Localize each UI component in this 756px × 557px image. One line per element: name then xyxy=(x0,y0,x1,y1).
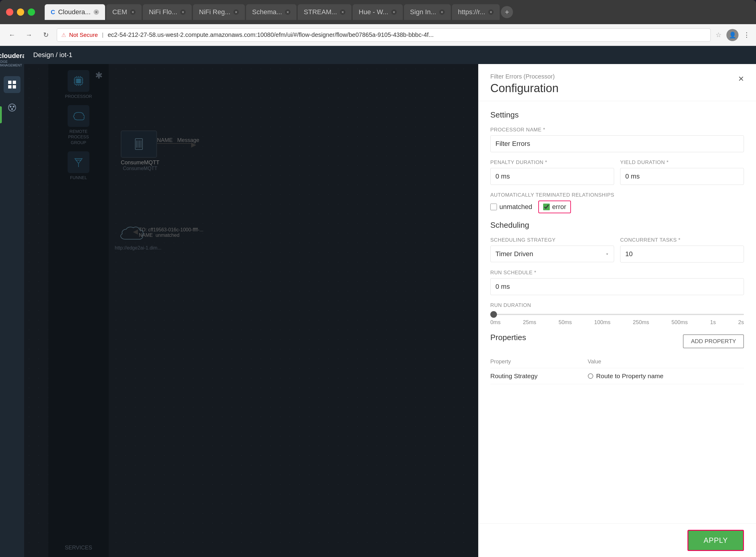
property-cell: Routing Strategy xyxy=(490,368,588,384)
tab-close-cem[interactable]: × xyxy=(130,9,135,15)
value-col-header: Value xyxy=(588,355,744,368)
error-checkbox[interactable] xyxy=(543,204,550,210)
label-500ms: 500ms xyxy=(671,319,688,326)
scheduling-row: SCHEDULING STRATEGY Timer Driven CRON Dr… xyxy=(490,237,744,263)
main-header: Design / iot-1 xyxy=(24,46,756,64)
new-tab-button[interactable]: + xyxy=(501,6,513,18)
sidebar-palette-icon[interactable] xyxy=(4,99,21,116)
address-bar[interactable]: ⚠ Not Secure | ec2-54-212-27-58.us-west-… xyxy=(57,28,711,42)
logo: cloudera EDGE MANAGEMENT xyxy=(0,52,26,67)
add-property-button[interactable]: ADD PROPERTY xyxy=(683,334,744,348)
penalty-duration-input[interactable] xyxy=(490,168,614,185)
profile-button[interactable]: 👤 xyxy=(726,29,738,41)
canvas-area[interactable]: PROCESSOR REMOTEPROCESSGROUP xyxy=(24,64,756,557)
svg-rect-0 xyxy=(8,81,11,84)
svg-rect-2 xyxy=(8,85,11,88)
bookmark-button[interactable]: ☆ xyxy=(716,31,722,39)
tab-close-nifi-reg[interactable]: × xyxy=(233,9,239,15)
sidebar-grid-icon[interactable] xyxy=(4,76,21,93)
run-duration-slider[interactable] xyxy=(490,314,744,315)
tab-label: CEM xyxy=(112,8,127,16)
dialog-header: Filter Errors (Processor) Configuration … xyxy=(478,64,756,101)
run-duration-labels: 0ms 25ms 50ms 100ms 250ms 500ms 1s 2s xyxy=(490,319,744,326)
label-2s: 2s xyxy=(738,319,744,326)
properties-section-title: Properties xyxy=(490,333,526,342)
svg-rect-1 xyxy=(13,81,16,84)
error-label: error xyxy=(552,203,566,211)
label-250ms: 250ms xyxy=(633,319,649,326)
processor-name-group: PROCESSOR NAME * xyxy=(490,127,744,152)
forward-button[interactable]: → xyxy=(23,29,35,41)
tab-label: NiFi Flo... xyxy=(149,8,177,16)
dialog-body: Settings PROCESSOR NAME * PENALTY DURATI… xyxy=(478,101,756,524)
error-checkbox-item[interactable]: error xyxy=(538,201,571,213)
svg-point-7 xyxy=(11,108,13,110)
tab-close-https[interactable]: × xyxy=(488,9,494,15)
maximize-button[interactable] xyxy=(28,8,35,16)
run-schedule-input[interactable] xyxy=(490,278,744,295)
breadcrumb: Design / iot-1 xyxy=(33,51,72,59)
tab-label: https://r... xyxy=(458,8,485,16)
label-1s: 1s xyxy=(710,319,716,326)
dialog-subtitle: Filter Errors (Processor) xyxy=(490,73,558,80)
svg-rect-3 xyxy=(13,85,16,88)
yield-label: YIELD DURATION * xyxy=(620,159,744,166)
tab-cloudera[interactable]: C Cloudera... × xyxy=(45,4,105,20)
penalty-duration-group: PENALTY DURATION * xyxy=(490,159,614,185)
close-button[interactable] xyxy=(6,8,13,16)
svg-point-6 xyxy=(13,106,14,108)
table-row: Routing Strategy Route to Property name xyxy=(490,368,744,384)
browser-tabs: C Cloudera... × CEM × NiFi Flo... × NiFi… xyxy=(45,4,750,20)
yield-duration-group: YIELD DURATION * xyxy=(620,159,744,185)
tab-label: NiFi Reg... xyxy=(199,8,230,16)
dialog-title-group: Filter Errors (Processor) Configuration xyxy=(490,73,558,95)
browser-nav-bar: ← → ↻ ⚠ Not Secure | ec2-54-212-27-58.us… xyxy=(0,24,756,46)
app-content: cloudera EDGE MANAGEMENT xyxy=(0,46,756,557)
processor-name-input[interactable] xyxy=(490,135,744,152)
dialog-footer: APPLY xyxy=(478,524,756,557)
security-icon: ⚠ xyxy=(61,32,66,38)
tab-nifi-reg[interactable]: NiFi Reg... × xyxy=(193,4,245,20)
label-25ms: 25ms xyxy=(523,319,536,326)
app-sidebar: cloudera EDGE MANAGEMENT xyxy=(0,46,24,557)
unmatched-checkbox-item[interactable]: unmatched xyxy=(490,203,532,211)
dialog-close-button[interactable]: × xyxy=(738,73,744,84)
yield-duration-input[interactable] xyxy=(620,168,744,185)
processor-name-label: PROCESSOR NAME * xyxy=(490,127,744,133)
scheduling-strategy-select[interactable]: Timer Driven CRON Driven Event Driven xyxy=(490,245,614,262)
properties-table: Property Value Routing Strategy xyxy=(490,355,744,384)
tab-https[interactable]: https://r... × xyxy=(452,4,500,20)
more-options-button[interactable]: ⋮ xyxy=(743,31,750,39)
tab-close-stream[interactable]: × xyxy=(340,9,345,15)
reload-button[interactable]: ↻ xyxy=(40,29,52,41)
property-value-display: Route to Property name xyxy=(588,373,744,380)
tab-schema[interactable]: Schema... × xyxy=(246,4,297,20)
radio-indicator xyxy=(588,373,593,379)
apply-button[interactable]: APPLY xyxy=(688,530,744,551)
property-col-header: Property xyxy=(490,355,588,368)
tab-close-nifi-flow[interactable]: × xyxy=(180,9,186,15)
concurrent-tasks-input[interactable] xyxy=(620,245,744,263)
tab-close-schema[interactable]: × xyxy=(285,9,291,15)
logo-sub: EDGE MANAGEMENT xyxy=(0,60,26,67)
security-label: Not Secure xyxy=(69,32,98,38)
tab-signin[interactable]: Sign In... × xyxy=(404,4,451,20)
tab-close-signin[interactable]: × xyxy=(439,9,445,15)
unmatched-checkbox[interactable] xyxy=(490,204,497,210)
tab-cem[interactable]: CEM × xyxy=(106,4,142,20)
concurrent-tasks-group: CONCURRENT TASKS * xyxy=(620,237,744,263)
tab-nifi-flow[interactable]: NiFi Flo... × xyxy=(143,4,192,20)
scheduling-strategy-label: SCHEDULING STRATEGY xyxy=(490,237,614,243)
active-indicator xyxy=(0,106,2,123)
tab-hue[interactable]: Hue - W... × xyxy=(353,4,403,20)
label-50ms: 50ms xyxy=(558,319,572,326)
back-button[interactable]: ← xyxy=(6,29,18,41)
tab-stream[interactable]: STREAM... × xyxy=(298,4,352,20)
minimize-button[interactable] xyxy=(17,8,24,16)
svg-point-4 xyxy=(8,104,16,111)
tab-close-hue[interactable]: × xyxy=(391,9,397,15)
settings-section-title: Settings xyxy=(490,110,744,120)
unmatched-label: unmatched xyxy=(500,203,532,211)
tab-close-cloudera[interactable]: × xyxy=(94,9,99,15)
run-schedule-label: RUN SCHEDULE * xyxy=(490,270,744,276)
